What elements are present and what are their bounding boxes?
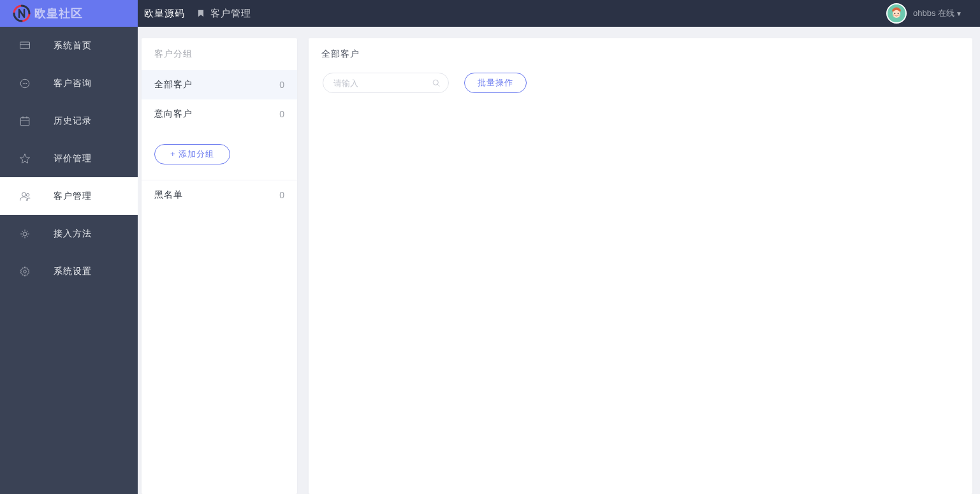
sidebar: 系统首页 客户咨询 历史记录 评价管理 客户管理 接入方法 系统设置 bbox=[0, 27, 138, 494]
svg-line-26 bbox=[27, 231, 28, 232]
gear-icon bbox=[19, 266, 31, 277]
nav-item-integration[interactable]: 接入方法 bbox=[0, 215, 138, 252]
group-item-label: 黑名单 bbox=[154, 189, 183, 201]
nav-item-customers[interactable]: 客户管理 bbox=[0, 177, 138, 215]
customer-list-title: 全部客户 bbox=[309, 38, 972, 73]
customer-list-panel: 全部客户 批量操作 bbox=[309, 38, 972, 494]
nav-label: 历史记录 bbox=[54, 115, 92, 127]
content: 客户分组 全部客户 0 意向客户 0 + 添加分组 黑名单 0 全部客户 bbox=[138, 27, 980, 494]
calendar-icon bbox=[19, 115, 31, 127]
nav-label: 接入方法 bbox=[54, 228, 92, 240]
nav-item-consult[interactable]: 客户咨询 bbox=[0, 64, 138, 102]
nav-label: 系统设置 bbox=[54, 266, 92, 277]
add-group-button[interactable]: + 添加分组 bbox=[154, 144, 230, 164]
svg-point-28 bbox=[433, 80, 438, 85]
svg-line-29 bbox=[437, 84, 439, 86]
star-icon bbox=[19, 153, 31, 164]
logo-text: 欧皇社区 bbox=[34, 6, 83, 21]
nav-item-settings[interactable]: 系统设置 bbox=[0, 252, 138, 290]
toolbar: 批量操作 bbox=[309, 73, 972, 93]
svg-point-4 bbox=[893, 14, 895, 15]
bookmark-icon bbox=[196, 9, 205, 18]
svg-point-1 bbox=[893, 10, 900, 18]
nav-label: 客户管理 bbox=[54, 191, 92, 202]
group-item-blacklist[interactable]: 黑名单 0 bbox=[142, 180, 297, 210]
page-title: 客户管理 bbox=[210, 8, 251, 20]
group-item-all[interactable]: 全部客户 0 bbox=[142, 70, 297, 99]
customer-group-panel: 客户分组 全部客户 0 意向客户 0 + 添加分组 黑名单 0 bbox=[142, 38, 297, 494]
svg-line-25 bbox=[22, 236, 23, 237]
svg-point-16 bbox=[22, 193, 26, 196]
search-wrap bbox=[323, 73, 449, 93]
caret-down-icon: ▼ bbox=[956, 10, 962, 17]
plug-icon bbox=[19, 228, 31, 240]
svg-point-18 bbox=[23, 232, 27, 236]
nav-label: 评价管理 bbox=[54, 153, 92, 164]
group-item-count: 0 bbox=[279, 109, 284, 119]
nav-item-home[interactable]: 系统首页 bbox=[0, 27, 138, 64]
svg-point-17 bbox=[26, 193, 29, 196]
group-item-count: 0 bbox=[279, 80, 284, 90]
nav-label: 客户咨询 bbox=[54, 78, 92, 89]
user-name: ohbbs 在线 bbox=[913, 8, 954, 19]
group-item-intent[interactable]: 意向客户 0 bbox=[142, 99, 297, 129]
group-panel-title: 客户分组 bbox=[142, 38, 297, 70]
page-title-wrap: 客户管理 bbox=[196, 8, 251, 20]
svg-point-5 bbox=[898, 14, 900, 15]
svg-rect-12 bbox=[20, 117, 29, 125]
brand-title: 欧皇源码 bbox=[144, 8, 185, 20]
svg-point-10 bbox=[25, 83, 26, 84]
logo-block[interactable]: 欧皇社区 bbox=[0, 0, 138, 27]
search-input[interactable] bbox=[323, 73, 449, 93]
svg-point-9 bbox=[23, 83, 24, 84]
logo-icon bbox=[11, 3, 32, 24]
svg-rect-6 bbox=[20, 42, 30, 49]
nav-item-history[interactable]: 历史记录 bbox=[0, 102, 138, 140]
group-item-label: 全部客户 bbox=[154, 79, 193, 91]
batch-action-button[interactable]: 批量操作 bbox=[464, 73, 527, 93]
group-item-label: 意向客户 bbox=[154, 108, 193, 120]
svg-line-24 bbox=[27, 236, 28, 237]
search-icon bbox=[431, 78, 441, 88]
chat-icon bbox=[19, 78, 31, 89]
svg-point-27 bbox=[24, 270, 27, 273]
users-icon bbox=[19, 191, 31, 202]
top-header: 欧皇社区 欧皇源码 客户管理 ohbbs 在线 ▼ bbox=[0, 0, 980, 27]
svg-line-23 bbox=[22, 231, 23, 232]
svg-point-2 bbox=[894, 13, 895, 14]
user-menu[interactable]: ohbbs 在线 ▼ bbox=[886, 0, 962, 27]
svg-point-3 bbox=[898, 13, 899, 14]
group-item-count: 0 bbox=[279, 190, 284, 200]
nav-item-reviews[interactable]: 评价管理 bbox=[0, 140, 138, 177]
nav-label: 系统首页 bbox=[54, 40, 92, 52]
monitor-icon bbox=[19, 40, 31, 52]
avatar bbox=[886, 3, 907, 24]
svg-point-11 bbox=[26, 83, 27, 84]
